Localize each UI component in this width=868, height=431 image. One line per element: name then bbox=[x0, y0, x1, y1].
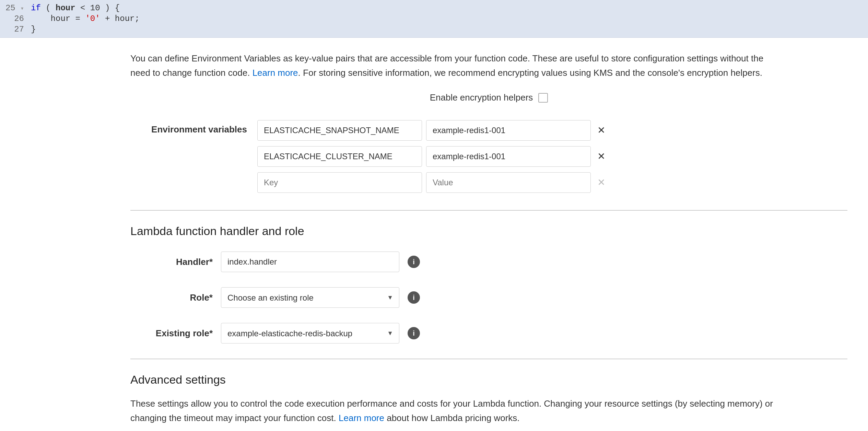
env-pair-row-2: ✕ bbox=[257, 146, 607, 167]
code-content-25: if ( hour < 10 ) { bbox=[31, 3, 120, 13]
hour-var: hour bbox=[56, 3, 75, 13]
env-key-2[interactable] bbox=[257, 146, 422, 167]
env-key-3[interactable] bbox=[257, 172, 422, 193]
existing-role-label: Existing role* bbox=[130, 328, 213, 339]
env-vars-description: You can define Environment Variables as … bbox=[130, 51, 782, 80]
env-key-1[interactable] bbox=[257, 120, 422, 141]
env-value-3[interactable] bbox=[426, 172, 591, 193]
env-pair-row-3: ✕ bbox=[257, 172, 607, 193]
env-pair-row-1: ✕ bbox=[257, 120, 607, 141]
advanced-settings-title: Advanced settings bbox=[130, 373, 847, 386]
line-number-25: 25 ▾ bbox=[0, 3, 31, 13]
code-content-27: } bbox=[31, 25, 36, 34]
encryption-checkbox[interactable] bbox=[538, 93, 548, 103]
handler-row: Handler* i bbox=[130, 252, 847, 272]
advanced-separator bbox=[130, 359, 847, 359]
encryption-label: Enable encryption helpers bbox=[430, 92, 533, 103]
main-content: You can define Environment Variables as … bbox=[0, 38, 868, 431]
env-value-2[interactable] bbox=[426, 146, 591, 167]
description-text-after-link: . For storing sensitive information, we … bbox=[298, 68, 762, 78]
remove-env-2-button[interactable]: ✕ bbox=[595, 152, 607, 161]
encryption-helpers-row: Enable encryption helpers bbox=[130, 92, 847, 103]
line-number-27: 27 bbox=[0, 25, 31, 34]
env-value-1[interactable] bbox=[426, 120, 591, 141]
existing-role-info-icon[interactable]: i bbox=[408, 327, 420, 339]
existing-role-select-wrapper: example-elasticache-redis-backup bbox=[221, 323, 399, 343]
lambda-section-title: Lambda function handler and role bbox=[130, 224, 847, 238]
environment-variables-section: Environment variables ✕ ✕ bbox=[130, 120, 847, 193]
code-block: 25 ▾ if ( hour < 10 ) { 26 hour = '0' + … bbox=[0, 0, 868, 38]
page-wrapper: 25 ▾ if ( hour < 10 ) { 26 hour = '0' + … bbox=[0, 0, 868, 431]
role-label: Role* bbox=[130, 292, 213, 303]
learn-more-link-2[interactable]: Learn more bbox=[339, 413, 384, 423]
existing-role-row: Existing role* example-elasticache-redis… bbox=[130, 323, 847, 343]
existing-role-select[interactable]: example-elasticache-redis-backup bbox=[221, 323, 399, 343]
handler-input[interactable] bbox=[221, 252, 399, 272]
remove-env-1-button[interactable]: ✕ bbox=[595, 126, 607, 135]
role-select-wrapper: Choose an existing role Create new role bbox=[221, 287, 399, 308]
code-line-27: 27 } bbox=[0, 24, 868, 35]
code-content-26: hour = '0' + hour; bbox=[31, 14, 140, 23]
role-row: Role* Choose an existing role Create new… bbox=[130, 287, 847, 308]
handler-label: Handler* bbox=[130, 257, 213, 267]
role-select[interactable]: Choose an existing role Create new role bbox=[221, 287, 399, 308]
learn-more-link-1[interactable]: Learn more bbox=[253, 68, 298, 78]
role-info-icon[interactable]: i bbox=[408, 291, 420, 304]
line-number-26: 26 bbox=[0, 14, 31, 23]
handler-role-separator bbox=[130, 210, 847, 211]
code-line-26: 26 hour = '0' + hour; bbox=[0, 13, 868, 24]
advanced-desc-after-link-text: about how Lambda pricing works. bbox=[387, 413, 519, 423]
code-line-25: 25 ▾ if ( hour < 10 ) { bbox=[0, 3, 868, 13]
remove-env-3-button[interactable]: ✕ bbox=[595, 178, 607, 187]
env-pairs-container: ✕ ✕ ✕ bbox=[257, 120, 607, 193]
env-vars-label: Environment variables bbox=[130, 120, 247, 135]
handler-info-icon[interactable]: i bbox=[408, 256, 420, 268]
advanced-description: These settings allow you to control the … bbox=[130, 397, 782, 425]
